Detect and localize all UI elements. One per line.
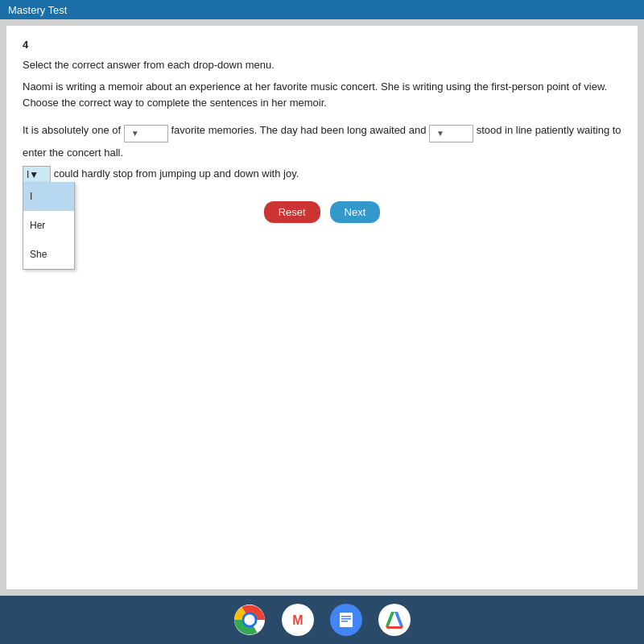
dropdown-3-trigger[interactable]: I ▼ [23,166,51,184]
dropdown-2[interactable]: ▼ [429,120,473,142]
sentence-part-1: It is absolutely one of [23,124,121,136]
sentence-area: It is absolutely one of ▼ favorite memor… [23,120,621,185]
content-card: 4 Select the correct answer from each dr… [6,26,638,589]
dropdown-1[interactable]: ▼ [124,120,168,142]
title-bar: Mastery Test [0,0,644,19]
chrome-icon[interactable] [233,604,266,636]
gmail-icon[interactable]: M [282,604,314,636]
dropdown-1-trigger[interactable]: ▼ [124,125,168,142]
dropdown-3-option-her[interactable]: Her [23,211,74,240]
dropdown-1-arrow: ▼ [131,126,139,142]
sentence-part-2: favorite memories. The day had been long… [171,124,426,136]
next-button[interactable]: Next [330,201,381,223]
dropdown-3-option-i[interactable]: I [23,182,74,211]
drive-icon[interactable] [378,604,411,636]
svg-point-2 [244,614,254,625]
passage-text: Naomi is writing a memoir about an exper… [23,79,621,110]
reset-button[interactable]: Reset [264,201,320,223]
dropdown-3[interactable]: I ▼ I Her She [23,164,51,185]
dropdown-2-trigger[interactable]: ▼ [429,125,473,142]
buttons-row: Reset Next [23,201,621,223]
instruction-text: Select the correct answer from each drop… [23,59,621,71]
question-number: 4 [23,39,621,51]
svg-marker-14 [386,626,403,629]
svg-rect-9 [341,621,348,622]
svg-text:M: M [292,613,303,627]
taskbar: M [0,596,644,644]
svg-rect-7 [341,616,351,617]
dropdown-3-list: I Her She [23,182,75,270]
dropdown-3-option-she[interactable]: She [23,240,74,269]
dropdown-2-arrow: ▼ [436,126,444,142]
docs-icon[interactable] [330,604,362,636]
title-bar-label: Mastery Test [8,4,67,16]
svg-rect-8 [341,618,351,620]
svg-rect-6 [340,613,353,627]
main-area: 4 Select the correct answer from each dr… [0,19,644,596]
sentence-part-4: could hardly stop from jumping up and do… [54,167,299,180]
svg-point-10 [379,605,410,635]
